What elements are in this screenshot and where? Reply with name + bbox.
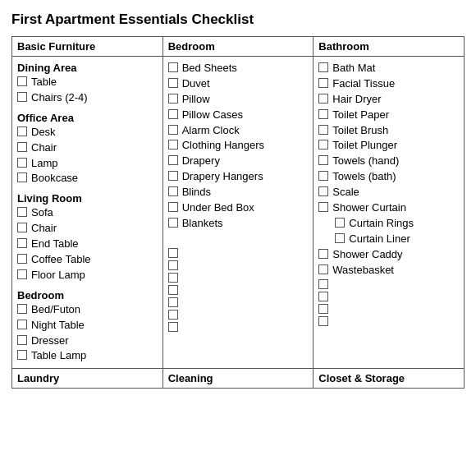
checkbox[interactable] [17, 92, 27, 102]
checkbox[interactable] [168, 322, 178, 332]
checkbox[interactable] [168, 202, 178, 212]
checkbox[interactable] [17, 350, 27, 360]
col2-footer: Cleaning [162, 369, 314, 389]
checkbox[interactable] [17, 223, 27, 232]
checkbox[interactable] [17, 238, 27, 248]
list-item [168, 272, 309, 283]
list-item: Curtain Liner [318, 232, 459, 246]
list-item: Alarm Clock [168, 124, 309, 138]
checkbox[interactable] [17, 158, 27, 168]
checkbox[interactable] [318, 316, 328, 326]
checkbox[interactable] [17, 304, 27, 314]
list-item: Bed/Futon [17, 303, 158, 317]
checkbox[interactable] [168, 62, 178, 72]
list-item: Hair Dryer [318, 93, 459, 107]
checkbox[interactable] [168, 94, 178, 104]
checkbox[interactable] [318, 140, 328, 150]
checkbox[interactable] [318, 186, 328, 196]
checkbox[interactable] [335, 233, 345, 243]
section-living-room: Living Room [17, 192, 158, 205]
list-item: Scale [318, 186, 459, 200]
checkbox[interactable] [318, 155, 328, 165]
list-item: Shower Curtain [318, 201, 459, 215]
checkbox[interactable] [17, 76, 27, 86]
checkbox[interactable] [168, 140, 178, 150]
section-office-area: Office Area [17, 112, 158, 124]
checkbox[interactable] [17, 126, 27, 136]
list-item [318, 303, 459, 314]
checkbox[interactable] [17, 254, 27, 264]
checkbox[interactable] [168, 248, 178, 258]
checkbox[interactable] [17, 172, 27, 182]
col1-footer: Laundry [12, 369, 163, 389]
list-item: Bed Sheets [168, 62, 309, 76]
checkbox[interactable] [318, 78, 328, 88]
checkbox[interactable] [318, 125, 328, 135]
checkbox[interactable] [318, 292, 328, 301]
page-title: First Apartment Essentials Checklist [11, 12, 465, 28]
checkbox[interactable] [168, 155, 178, 165]
checkbox[interactable] [318, 62, 328, 72]
list-item: Bath Mat [318, 62, 459, 76]
list-item: Shower Caddy [318, 248, 459, 262]
list-item [168, 260, 309, 270]
list-item: Towels (hand) [318, 154, 459, 168]
checkbox[interactable] [168, 285, 178, 295]
checkbox[interactable] [168, 125, 178, 135]
checkbox[interactable] [318, 304, 328, 314]
checkbox[interactable] [168, 297, 178, 307]
checkbox[interactable] [168, 273, 178, 283]
checkbox[interactable] [318, 109, 328, 119]
checkbox[interactable] [335, 218, 345, 228]
list-item: Toilet Plunger [318, 139, 459, 153]
list-item: Wastebasket [318, 264, 459, 278]
list-item: Towels (bath) [318, 170, 459, 184]
list-item: Duvet [168, 77, 309, 91]
list-item [168, 284, 309, 295]
checkbox[interactable] [318, 202, 328, 212]
checkbox[interactable] [168, 109, 178, 119]
col1-header: Basic Furniture [12, 37, 163, 57]
list-item [318, 291, 459, 301]
list-item [168, 247, 309, 258]
list-item [318, 278, 459, 289]
list-item: Toilet Brush [318, 124, 459, 138]
list-item: Pillow [168, 93, 309, 107]
col2-header: Bedroom [162, 37, 314, 57]
list-item: Desk [17, 126, 158, 140]
list-item: Chair [17, 141, 158, 155]
checkbox[interactable] [168, 171, 178, 181]
checkbox[interactable] [17, 335, 27, 345]
checkbox[interactable] [318, 171, 328, 181]
checklist-table: Basic Furniture Bedroom Bathroom Dining … [11, 36, 465, 389]
list-item: Toilet Paper [318, 108, 459, 122]
checkbox[interactable] [17, 320, 27, 329]
list-item: Facial Tissue [318, 77, 459, 91]
checkbox[interactable] [17, 207, 27, 217]
list-item: Drapery Hangers [168, 170, 309, 184]
checkbox[interactable] [168, 186, 178, 196]
list-item [168, 321, 309, 332]
list-item: Table Lamp [17, 349, 158, 363]
col3-body: Bath Mat Facial Tissue Hair Dryer Toilet… [314, 57, 465, 369]
checkbox[interactable] [168, 218, 178, 228]
section-dining-area: Dining Area [17, 62, 158, 74]
checkbox[interactable] [168, 78, 178, 88]
list-item [168, 297, 309, 307]
checkbox[interactable] [318, 279, 328, 289]
list-item: Drapery [168, 154, 309, 168]
list-item: Curtain Rings [318, 217, 459, 231]
checkbox[interactable] [17, 142, 27, 152]
col1-body: Dining Area Table Chairs (2-4) Office Ar… [12, 57, 163, 369]
section-bedroom: Bedroom [17, 289, 158, 301]
checkbox[interactable] [318, 249, 328, 259]
checkbox[interactable] [168, 310, 178, 320]
checkbox[interactable] [17, 269, 27, 279]
list-item [168, 309, 309, 320]
list-item: Sofa [17, 206, 158, 220]
list-item: Dresser [17, 334, 158, 348]
col3-header: Bathroom [314, 37, 465, 57]
checkbox[interactable] [318, 264, 328, 274]
checkbox[interactable] [318, 94, 328, 104]
checkbox[interactable] [168, 260, 178, 270]
